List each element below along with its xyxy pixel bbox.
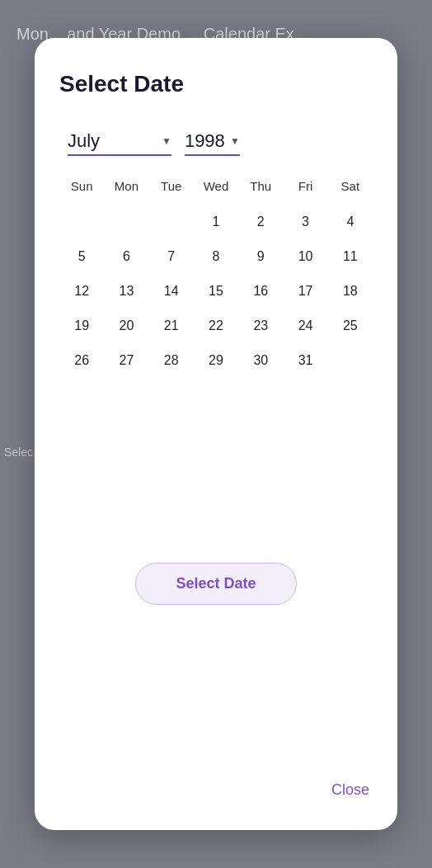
day-cell[interactable]: 14 (149, 276, 194, 307)
day-cell[interactable]: 8 (194, 241, 238, 272)
date-picker-modal: Select Date JanuaryFebruaryMarch AprilMa… (35, 38, 397, 830)
month-select-wrapper[interactable]: JanuaryFebruaryMarch AprilMayJune JulyAu… (68, 130, 171, 156)
calendar-container: JanuaryFebruaryMarch AprilMayJune JulyAu… (59, 130, 373, 521)
days-grid: 1234567891011121314151617181920212223242… (59, 206, 373, 376)
day-cell[interactable]: 10 (283, 241, 327, 272)
day-cell[interactable]: 17 (283, 276, 327, 307)
weekday-mon: Mon (104, 172, 148, 200)
weekday-thu: Thu (238, 172, 283, 200)
day-cell[interactable]: 15 (194, 276, 238, 307)
weekday-fri: Fri (283, 172, 327, 200)
day-cell[interactable]: 27 (104, 345, 148, 376)
day-cell-empty (59, 206, 104, 238)
day-cell[interactable]: 12 (59, 276, 104, 307)
select-date-button[interactable]: Select Date (135, 563, 296, 605)
weekdays-row: Sun Mon Tue Wed Thu Fri Sat (59, 172, 373, 200)
day-cell[interactable]: 19 (59, 310, 104, 342)
year-dropdown-icon: ▼ (230, 135, 240, 147)
day-cell[interactable]: 3 (283, 206, 327, 238)
day-cell[interactable]: 28 (149, 345, 194, 376)
month-year-row: JanuaryFebruaryMarch AprilMayJune JulyAu… (59, 130, 373, 156)
day-cell[interactable]: 23 (238, 310, 283, 342)
month-select[interactable]: JanuaryFebruaryMarch AprilMayJune JulyAu… (68, 130, 160, 151)
close-button[interactable]: Close (328, 775, 373, 805)
day-cell[interactable]: 7 (149, 241, 194, 272)
day-cell[interactable]: 25 (328, 310, 373, 342)
day-cell[interactable]: 11 (328, 241, 373, 272)
day-cell[interactable]: 26 (59, 345, 104, 376)
day-cell[interactable]: 9 (238, 241, 283, 272)
day-cell[interactable]: 13 (104, 276, 148, 307)
day-cell-empty (149, 206, 194, 238)
day-cell[interactable]: 6 (104, 241, 148, 272)
day-cell[interactable]: 21 (149, 310, 194, 342)
day-cell-empty (104, 206, 148, 238)
spacer (59, 621, 373, 767)
day-cell[interactable]: 2 (238, 206, 283, 238)
day-cell[interactable]: 24 (283, 310, 327, 342)
weekday-tue: Tue (149, 172, 194, 200)
modal-title: Select Date (59, 71, 373, 97)
day-cell[interactable]: 30 (238, 345, 283, 376)
modal-footer: Close (59, 767, 373, 805)
day-cell[interactable]: 20 (104, 310, 148, 342)
year-select-wrapper[interactable]: 199519961997 199819992000 ▼ (185, 130, 240, 156)
day-cell[interactable]: 31 (283, 345, 327, 376)
day-cell[interactable]: 18 (328, 276, 373, 307)
weekday-sun: Sun (59, 172, 104, 200)
day-cell[interactable]: 1 (194, 206, 238, 238)
day-cell[interactable]: 29 (194, 345, 238, 376)
weekday-wed: Wed (194, 172, 238, 200)
month-dropdown-icon: ▼ (162, 135, 171, 147)
day-cell[interactable]: 4 (328, 206, 373, 238)
weekday-sat: Sat (328, 172, 373, 200)
day-cell[interactable]: 16 (238, 276, 283, 307)
year-select[interactable]: 199519961997 199819992000 (185, 130, 228, 151)
day-cell[interactable]: 22 (194, 310, 238, 342)
day-cell[interactable]: 5 (59, 241, 104, 272)
